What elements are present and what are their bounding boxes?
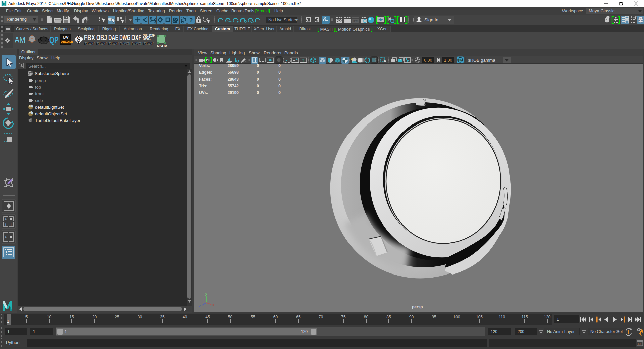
svg-text:EXPORT: EXPORT bbox=[131, 41, 142, 45]
svg-text:+: + bbox=[5, 222, 7, 227]
svg-text:0.00: 0.00 bbox=[424, 58, 432, 63]
svg-text:EXPORT: EXPORT bbox=[84, 41, 94, 45]
svg-text:ON: ON bbox=[458, 58, 463, 62]
svg-text:{;}: {;} bbox=[638, 342, 641, 345]
svg-text:z: z bbox=[199, 304, 201, 308]
svg-text:+: + bbox=[10, 222, 12, 227]
svg-text:DXF: DXF bbox=[131, 33, 141, 42]
svg-text:S: S bbox=[77, 36, 80, 43]
svg-text:EXPORT: EXPORT bbox=[96, 41, 106, 45]
svg-text:No Live Surface: No Live Surface bbox=[268, 18, 298, 22]
svg-text:DWG: DWG bbox=[119, 33, 130, 42]
svg-text:EXPORT: EXPORT bbox=[120, 41, 130, 45]
svg-text:?: ? bbox=[189, 17, 193, 23]
svg-text:Sign In: Sign In bbox=[424, 17, 438, 22]
svg-text:DAE: DAE bbox=[108, 33, 118, 42]
svg-text:+: + bbox=[5, 217, 7, 221]
svg-text:EXPORT: EXPORT bbox=[108, 41, 118, 45]
svg-text:MAYA: MAYA bbox=[3, 5, 5, 6]
svg-text:y: y bbox=[205, 292, 207, 296]
svg-text:QP: QP bbox=[49, 35, 59, 45]
svg-text:T: T bbox=[302, 58, 304, 62]
svg-text:EXPORT: EXPORT bbox=[143, 41, 153, 45]
svg-text:DWG: DWG bbox=[143, 37, 151, 41]
svg-text:FBX: FBX bbox=[84, 33, 95, 42]
svg-text:AM: AM bbox=[15, 35, 25, 45]
svg-text:OBJ: OBJ bbox=[96, 33, 107, 42]
svg-text:x: x bbox=[212, 303, 214, 307]
svg-text:sRGB gamma: sRGB gamma bbox=[468, 58, 495, 63]
svg-text:IPR: IPR bbox=[353, 20, 358, 23]
svg-text:+: + bbox=[5, 235, 7, 239]
svg-text:1.00: 1.00 bbox=[444, 58, 452, 63]
